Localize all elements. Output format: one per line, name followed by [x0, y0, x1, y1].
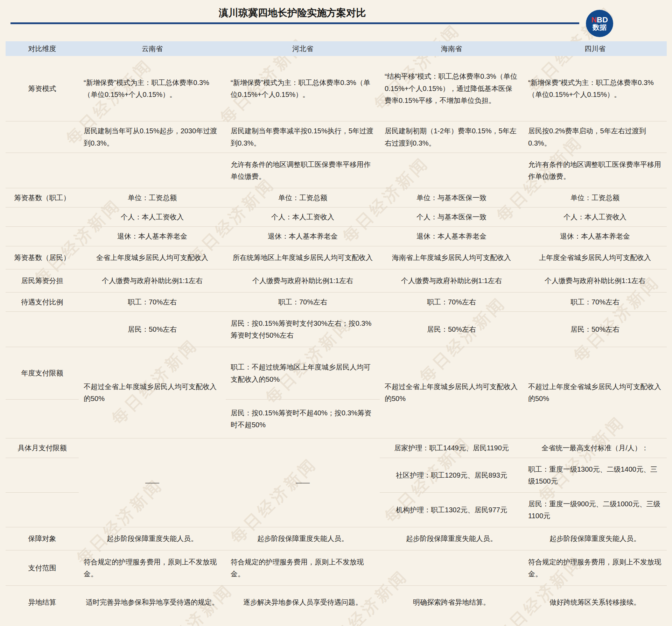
cell-text: 起步阶段保障重度失能人员。	[406, 533, 497, 544]
cell-text: 不超过全省上年度城乡居民人均可支配收入的50%	[385, 381, 518, 405]
table-cell: “结构平移”模式：职工总体费率0.3%（单位0.15%+个人0.15%），通过降…	[380, 56, 523, 121]
cell-text: 个人：与基本医保一致	[416, 211, 486, 223]
table-cell: 全省上年度城乡居民人均可支配收入	[79, 246, 226, 269]
cell-text: 退休：本人基本养老金	[268, 230, 338, 242]
table-cell: 起步阶段保障重度失能人员。	[226, 527, 380, 550]
column-yunnan: 全省上年度城乡居民人均可支配收入	[79, 246, 226, 269]
table-cell: 做好跨统筹区关系转移接续。	[523, 586, 667, 619]
column-hainan: 起步阶段保障重度失能人员。	[380, 527, 523, 550]
table-cell: 退休：本人基本养老金	[380, 227, 523, 246]
cell-text: 年度支付限额	[21, 367, 63, 379]
cell-text: “新增保费”模式为主：职工总体费率0.3%（单位0.15%+个人0.15%）。	[231, 77, 375, 101]
column-sichuan: 职工：70%左右居民：50%左右	[523, 293, 667, 347]
column-hebei: 逐步解决异地参保人员享受待遇问题。	[226, 586, 380, 619]
table-cell: 机构护理：职工1302元、居民977元	[380, 493, 523, 527]
column-hebei: “新增保费”模式为主：职工总体费率0.3%（单位0.15%+个人0.15%）。居…	[226, 56, 380, 188]
table-cell: 居民建制当年可从0.15%起步，2030年过渡到0.3%。	[79, 121, 226, 153]
table-section-9: 异地结算适时完善异地参保和异地享受待遇的规定。逐步解决异地参保人员享受待遇问题。…	[6, 586, 667, 619]
column-dimension: 年度支付限额	[6, 347, 79, 438]
table-cell: 居民：按0.15%筹资时支付30%左右；按0.3%筹资时支付50%左右	[226, 312, 380, 347]
cell-text: 允许有条件的地区调整职工医保费率平移用作单位缴费。	[528, 159, 662, 183]
cell-text: 职工：70%左右	[128, 296, 177, 308]
cell-text: 筹资基数（居民）	[14, 252, 70, 263]
table-cell: 职工：70%左右	[523, 293, 667, 312]
dimension-label: 支付范围	[6, 550, 79, 585]
table-cell: 不超过全省上年度城乡居民人均可支配收入的50%	[380, 347, 523, 438]
column-hainan: 海南省上年度城乡居民人均可支配收入	[380, 246, 523, 269]
column-hebei: 职工：70%左右居民：按0.15%筹资时支付30%左右；按0.3%筹资时支付50…	[226, 293, 380, 347]
column-dimension: 保障对象	[6, 527, 79, 550]
column-hainan: 职工：70%左右居民：50%左右	[380, 293, 523, 347]
table-cell: 单位：工资总额	[79, 188, 226, 208]
table-cell: 居民：50%左右	[523, 312, 667, 347]
table-cell: 逐步解决异地参保人员享受待遇问题。	[226, 586, 380, 619]
table-cell: 退休：本人基本养老金	[226, 227, 380, 246]
table-header-row: 对比维度 云南省 河北省 海南省 四川省	[6, 41, 667, 56]
cell-text: ——	[145, 477, 159, 488]
comparison-table: 对比维度 云南省 河北省 海南省 四川省 筹资模式“新增保费”模式为主：职工总体…	[6, 41, 667, 619]
cell-text: 单位：与基本医保一致	[416, 192, 486, 204]
cell-text: 不超过全省上年度城乡居民人均可支配收入的50%	[84, 381, 221, 405]
column-header-yunnan: 云南省	[79, 41, 226, 56]
table-cell: 居家护理：职工1449元、居民1190元	[380, 438, 523, 458]
cell-text: 所在统筹地区上年度城乡居民人均可支配收入	[233, 252, 373, 263]
column-dimension: 筹资基数（职工）	[6, 188, 79, 246]
column-sichuan: “新增保费”模式为主：职工总体费率0.3%（单位0.15%+个人0.15%）。居…	[523, 56, 667, 188]
cell-text: 居民建制当年费率减半按0.15%执行，5年过渡到0.3%。	[231, 125, 375, 149]
cell-text: 符合规定的护理服务费用，原则上不发放现金。	[231, 556, 375, 580]
cell-text: 不超过上年度全省城乡居民人均可支配收入的50%	[528, 381, 662, 405]
table-cell: “新增保费”模式为主：职工总体费率0.3%（单位0.15%+个人0.15%）。	[226, 56, 380, 121]
cell-text: 个人：本人工资收入	[564, 211, 626, 223]
column-sichuan: 个人缴费与政府补助比例1:1左右	[523, 269, 667, 292]
table-cell: 上年度全省城乡居民人均可支配收入	[523, 246, 667, 269]
table-cell: 所在统筹地区上年度城乡居民人均可支配收入	[226, 246, 380, 269]
column-hainan	[380, 550, 523, 585]
table-cell: 不超过上年度全省城乡居民人均可支配收入的50%	[523, 347, 667, 438]
table-cell: 单位：工资总额	[226, 188, 380, 208]
table-cell	[79, 153, 226, 188]
comparison-table-body: 筹资模式“新增保费”模式为主：职工总体费率0.3%（单位0.15%+个人0.15…	[6, 56, 667, 619]
table-cell: 退休：本人基本养老金	[523, 227, 667, 246]
table-section-6: 具体月支付限额————居家护理：职工1449元、居民1190元社区护理：职工12…	[6, 438, 667, 527]
column-yunnan: 职工：70%左右居民：50%左右	[79, 293, 226, 347]
table-cell: 职工：70%左右	[226, 293, 380, 312]
table-cell: 个人缴费与政府补助比例1:1左右	[380, 269, 523, 292]
column-header-sichuan: 四川省	[523, 41, 667, 56]
table-cell: 个人缴费与政府补助比例1:1左右	[523, 269, 667, 292]
cell-text: ——	[296, 477, 310, 488]
column-sichuan: 单位：工资总额个人：本人工资收入退休：本人基本养老金	[523, 188, 667, 246]
cell-text: 机构护理：职工1302元、居民977元	[396, 504, 507, 516]
column-hebei: 所在统筹地区上年度城乡居民人均可支配收入	[226, 246, 380, 269]
column-dimension: 居民筹资分担	[6, 269, 79, 292]
cell-text: 个人缴费与政府补助比例1:1左右	[252, 275, 353, 287]
cell-text: 个人：本人工资收入	[271, 211, 334, 223]
cell-text: 支付范围	[28, 562, 56, 574]
table-cell: 适时完善异地参保和异地享受待遇的规定。	[79, 586, 226, 619]
cell-text: 职工：70%左右	[278, 296, 327, 308]
cell-text: 单位：工资总额	[278, 192, 327, 204]
column-dimension: 筹资基数（居民）	[6, 246, 79, 269]
column-dimension: 异地结算	[6, 586, 79, 619]
cell-text: 筹资模式	[28, 83, 56, 94]
cell-text: “结构平移”模式：职工总体费率0.3%（单位0.15%+个人0.15%），通过降…	[385, 70, 518, 106]
cell-text: 异地结算	[28, 596, 56, 608]
table-cell: 个人：本人工资收入	[79, 208, 226, 227]
column-hebei: 起步阶段保障重度失能人员。	[226, 527, 380, 550]
table-cell: 职工：70%左右	[79, 293, 226, 312]
table-cell: 起步阶段保障重度失能人员。	[523, 527, 667, 550]
dimension-label	[6, 153, 79, 188]
cell-text: 社区护理：职工1209元、居民893元	[396, 469, 507, 481]
table-cell: 单位：工资总额	[523, 188, 667, 208]
cell-text: 逐步解决异地参保人员享受待遇问题。	[243, 596, 362, 608]
dimension-label	[6, 458, 79, 493]
cell-text: 符合规定的护理服务费用，原则上不发放现金。	[528, 556, 662, 580]
dimension-label: 保障对象	[6, 527, 79, 550]
cell-text: 个人缴费与政府补助比例1:1左右	[545, 275, 645, 287]
table-section-5: 年度支付限额不超过全省上年度城乡居民人均可支配收入的50%职工：不超过统筹地区上…	[6, 347, 667, 438]
table-cell: 个人：与基本医保一致	[380, 208, 523, 227]
table-cell: 职工：不超过统筹地区上年度城乡居民人均可支配收入的50%	[226, 347, 380, 400]
dimension-label	[6, 227, 79, 246]
table-cell: 允许有条件的地区调整职工医保费率平移用作单位缴费。	[226, 153, 380, 188]
column-yunnan: ——	[79, 438, 226, 527]
dimension-label	[6, 493, 79, 527]
